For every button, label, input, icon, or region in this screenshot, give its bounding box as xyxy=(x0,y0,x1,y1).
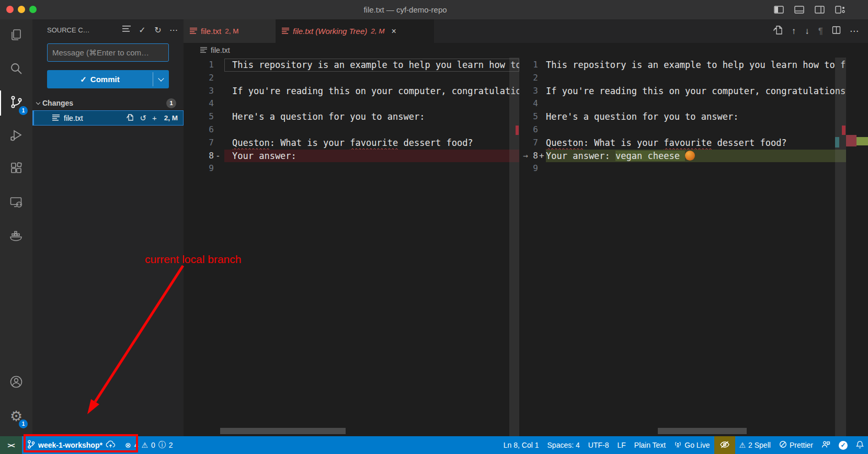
split-editor-icon[interactable] xyxy=(832,26,841,37)
sidebar-item-extensions[interactable] xyxy=(0,153,32,187)
changes-section-header[interactable]: Changes 1 xyxy=(32,96,184,110)
breadcrumb[interactable]: file.txt xyxy=(184,43,868,58)
check-icon: ✓ xyxy=(80,75,87,84)
notifications-item[interactable] xyxy=(852,436,868,454)
code-line: 4 xyxy=(184,97,519,110)
eol-item[interactable]: LF xyxy=(613,436,630,454)
prettier-item[interactable]: Prettier xyxy=(775,436,817,454)
source-control-panel: SOURCE C… ✓ ↻ ⋯ Message (⌘Enter to com… … xyxy=(32,19,184,436)
right-horizontal-scrollbar[interactable] xyxy=(658,428,747,434)
diff-revert-arrow-icon[interactable] xyxy=(519,72,532,85)
close-tab-icon[interactable]: × xyxy=(392,27,396,36)
changed-file-row[interactable]: file.txt ↺ + 2, M xyxy=(32,110,184,126)
commit-dropdown-button[interactable] xyxy=(153,70,169,88)
commit-message-placeholder: Message (⌘Enter to com… xyxy=(52,48,149,58)
line-number: 4 xyxy=(532,97,538,110)
account-icon xyxy=(9,374,24,391)
diff-revert-arrow-icon[interactable] xyxy=(519,123,532,137)
diff-sign: - xyxy=(214,150,224,163)
spell-warnings-item[interactable]: ⚠ 2 Spell xyxy=(735,436,775,454)
warning-icon: ⚠ xyxy=(739,441,746,449)
diff-sign xyxy=(214,137,224,150)
right-vertical-scrollbar[interactable] xyxy=(835,58,846,436)
code-text xyxy=(224,123,519,137)
more-actions-icon[interactable]: ⋯ xyxy=(850,26,859,37)
sidebar-item-explorer[interactable] xyxy=(0,19,32,53)
left-vertical-scrollbar[interactable] xyxy=(509,58,519,436)
diff-sign xyxy=(214,162,224,175)
sidebar-item-docker[interactable] xyxy=(0,220,32,254)
code-text xyxy=(546,123,846,137)
docker-icon xyxy=(9,229,24,245)
vscode-window: file.txt — cyf-demo-repo 1 xyxy=(0,0,868,454)
sidebar-item-source-control[interactable]: 1 xyxy=(0,86,32,120)
code-line: 2 xyxy=(519,72,868,85)
stage-changes-icon[interactable]: + xyxy=(152,114,157,122)
diff-pane-modified[interactable]: 1This repository is an example to help y… xyxy=(519,58,868,436)
code-line: →8+Your answer: vegan cheese 🧆 xyxy=(519,150,868,163)
spell-checker-disabled-item[interactable] xyxy=(714,436,735,454)
diff-sign xyxy=(214,123,224,137)
code-text xyxy=(224,97,519,110)
checkmark-item[interactable]: ✓ xyxy=(835,436,852,454)
previous-change-icon[interactable]: ↑ xyxy=(792,26,796,37)
overview-removed-mark xyxy=(842,126,846,135)
more-actions-icon[interactable]: ⋯ xyxy=(169,25,178,35)
code-text: If you're reading this on your computer,… xyxy=(224,85,519,98)
discard-changes-icon[interactable]: ↺ xyxy=(140,114,146,123)
diff-revert-arrow-icon[interactable] xyxy=(519,137,532,150)
remote-indicator[interactable]: >< xyxy=(0,436,22,454)
code-line: 7Queston: What is your favourite dessert… xyxy=(519,137,868,150)
open-changes-icon[interactable] xyxy=(773,25,783,38)
view-as-tree-icon[interactable] xyxy=(122,25,131,35)
toggle-panel-icon[interactable] xyxy=(793,4,805,16)
problems-item[interactable]: ⊗4 ⚠0 ⓘ2 xyxy=(121,436,177,454)
feedback-item[interactable] xyxy=(817,436,835,454)
whitespace-toggle-icon[interactable]: ¶ xyxy=(818,26,823,37)
search-icon xyxy=(9,61,24,78)
tab-file-txt[interactable]: file.txt 2, M xyxy=(184,19,276,43)
activity-bar: 1 ⚙ 1 xyxy=(0,19,32,436)
diff-revert-arrow-icon[interactable] xyxy=(519,59,532,72)
encoding-item[interactable]: UTF-8 xyxy=(584,436,613,454)
left-horizontal-scrollbar[interactable] xyxy=(220,428,346,434)
language-mode-item[interactable]: Plain Text xyxy=(630,436,670,454)
chevron-down-icon xyxy=(36,100,40,105)
cursor-position-item[interactable]: Ln 8, Col 1 xyxy=(499,436,543,454)
diff-revert-arrow-icon[interactable] xyxy=(519,110,532,123)
open-file-icon[interactable] xyxy=(126,114,134,123)
check-circle-icon: ✓ xyxy=(839,441,848,450)
sidebar-item-accounts[interactable] xyxy=(0,366,32,400)
cheese-emoji: 🧆 xyxy=(685,151,695,161)
commit-check-icon[interactable]: ✓ xyxy=(138,25,147,35)
go-live-item[interactable]: Go Live xyxy=(670,436,714,454)
toggle-secondary-sidebar-icon[interactable] xyxy=(814,4,826,16)
line-number: 7 xyxy=(184,137,214,150)
sidebar-item-search[interactable] xyxy=(0,53,32,86)
sidebar-item-remote-explorer[interactable] xyxy=(0,187,32,220)
settings-badge: 1 xyxy=(19,419,28,428)
indentation-item[interactable]: Spaces: 4 xyxy=(543,436,584,454)
diff-revert-arrow-icon[interactable]: → xyxy=(519,150,532,163)
sidebar-item-settings[interactable]: ⚙ 1 xyxy=(0,400,32,433)
commit-button[interactable]: ✓Commit xyxy=(47,70,169,88)
customize-layout-icon[interactable] xyxy=(834,4,846,16)
next-change-icon[interactable]: ↓ xyxy=(805,26,809,37)
line-number: 6 xyxy=(184,123,214,137)
git-branch-item[interactable]: week-1-workshop* xyxy=(22,436,121,454)
sidebar-item-run-debug[interactable] xyxy=(0,120,32,153)
commit-message-input[interactable]: Message (⌘Enter to com… xyxy=(47,43,169,62)
toggle-sidebar-icon[interactable] xyxy=(773,4,785,16)
diff-revert-arrow-icon[interactable] xyxy=(519,97,532,110)
panel-title: SOURCE C… xyxy=(47,26,122,34)
diff-revert-arrow-icon[interactable] xyxy=(519,85,532,98)
file-icon xyxy=(52,114,60,123)
line-number: 8 xyxy=(184,150,214,163)
code-text: Here's a question for you to answer: xyxy=(546,110,846,123)
refresh-icon[interactable]: ↻ xyxy=(153,25,163,35)
diff-pane-original[interactable]: 1This repository is an example to help y… xyxy=(184,58,519,436)
diff-revert-arrow-icon[interactable] xyxy=(519,162,532,175)
tab-file-txt-working-tree[interactable]: file.txt (Working Tree) 2, M × xyxy=(276,19,434,43)
code-text: Queston: What is your favourite dessert … xyxy=(546,137,846,150)
line-number: 4 xyxy=(184,97,214,110)
